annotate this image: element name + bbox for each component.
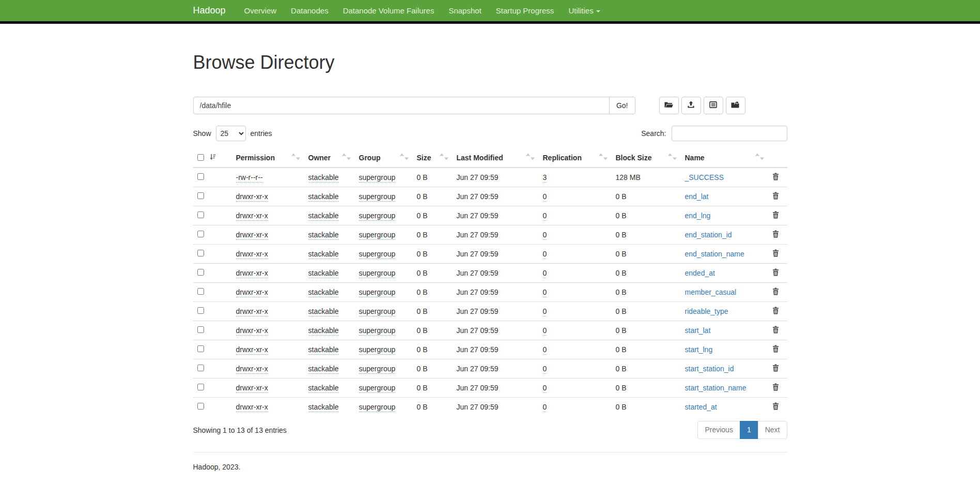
- pagination-page-1[interactable]: 1: [740, 421, 758, 440]
- replication-value[interactable]: 0: [543, 192, 547, 202]
- file-name-link[interactable]: end_station_id: [685, 231, 732, 239]
- replication-value[interactable]: 0: [543, 231, 547, 240]
- group-value[interactable]: supergroup: [359, 403, 396, 412]
- trash-icon[interactable]: [772, 211, 779, 220]
- file-name-link[interactable]: started_at: [685, 403, 717, 411]
- group-value[interactable]: supergroup: [359, 269, 396, 278]
- nav-item-utilities[interactable]: Utilities: [561, 6, 607, 15]
- file-name-link[interactable]: start_station_id: [685, 365, 734, 373]
- replication-value[interactable]: 0: [543, 384, 547, 393]
- row-checkbox[interactable]: [197, 250, 204, 256]
- owner-value[interactable]: stackable: [308, 384, 339, 393]
- owner-value[interactable]: stackable: [308, 345, 339, 355]
- file-name-link[interactable]: end_lat: [685, 192, 709, 201]
- open-folder-button[interactable]: [659, 97, 679, 114]
- nav-item-datanode-volume-failures[interactable]: Datanode Volume Failures: [336, 6, 442, 15]
- upload-file-button[interactable]: [681, 97, 701, 114]
- file-name-link[interactable]: start_station_name: [685, 384, 746, 392]
- group-value[interactable]: supergroup: [359, 307, 396, 316]
- group-value[interactable]: supergroup: [359, 345, 396, 355]
- header-block-size[interactable]: Block Size: [612, 148, 681, 168]
- pagination-next[interactable]: Next: [758, 421, 787, 440]
- owner-value[interactable]: stackable: [308, 231, 339, 240]
- trash-icon[interactable]: [772, 364, 779, 373]
- owner-value[interactable]: stackable: [308, 211, 339, 221]
- group-value[interactable]: supergroup: [359, 211, 396, 221]
- replication-value[interactable]: 0: [543, 211, 547, 221]
- permission-value[interactable]: drwxr-xr-x: [236, 403, 268, 412]
- file-name-link[interactable]: start_lng: [685, 345, 713, 354]
- group-value[interactable]: supergroup: [359, 384, 396, 393]
- group-value[interactable]: supergroup: [359, 250, 396, 259]
- permission-value[interactable]: -rw-r--r--: [236, 173, 263, 183]
- trash-icon[interactable]: [772, 326, 779, 335]
- permission-value[interactable]: drwxr-xr-x: [236, 288, 268, 297]
- go-button[interactable]: Go!: [609, 97, 635, 114]
- owner-value[interactable]: stackable: [308, 173, 339, 183]
- trash-icon[interactable]: [772, 249, 779, 259]
- group-value[interactable]: supergroup: [359, 288, 396, 297]
- owner-value[interactable]: stackable: [308, 326, 339, 336]
- trash-icon[interactable]: [772, 345, 779, 354]
- group-value[interactable]: supergroup: [359, 231, 396, 240]
- replication-value[interactable]: 0: [543, 403, 547, 412]
- group-value[interactable]: supergroup: [359, 326, 396, 336]
- permission-value[interactable]: drwxr-xr-x: [236, 192, 268, 202]
- move-folder-button[interactable]: [726, 97, 745, 114]
- replication-value[interactable]: 0: [543, 250, 547, 259]
- trash-icon[interactable]: [772, 192, 779, 201]
- nav-item-datanodes[interactable]: Datanodes: [284, 6, 336, 15]
- owner-value[interactable]: stackable: [308, 288, 339, 297]
- owner-value[interactable]: stackable: [308, 269, 339, 278]
- row-checkbox[interactable]: [197, 345, 204, 352]
- permission-value[interactable]: drwxr-xr-x: [236, 307, 268, 316]
- select-all-checkbox[interactable]: [197, 154, 204, 161]
- directory-path-input[interactable]: [193, 97, 610, 114]
- header-size[interactable]: Size: [413, 148, 453, 168]
- owner-value[interactable]: stackable: [308, 307, 339, 316]
- group-value[interactable]: supergroup: [359, 365, 396, 374]
- permission-value[interactable]: drwxr-xr-x: [236, 384, 268, 393]
- permission-value[interactable]: drwxr-xr-x: [236, 231, 268, 240]
- permission-value[interactable]: drwxr-xr-x: [236, 211, 268, 221]
- nav-item-overview[interactable]: Overview: [237, 6, 284, 15]
- page-size-select[interactable]: 25: [216, 126, 246, 141]
- row-checkbox[interactable]: [197, 173, 204, 180]
- pagination-previous[interactable]: Previous: [697, 421, 740, 440]
- row-checkbox[interactable]: [197, 192, 204, 199]
- trash-icon[interactable]: [772, 288, 779, 297]
- header-replication[interactable]: Replication: [539, 148, 612, 168]
- file-name-link[interactable]: ended_at: [685, 269, 715, 277]
- file-name-link[interactable]: rideable_type: [685, 307, 728, 315]
- nav-item-startup-progress[interactable]: Startup Progress: [489, 6, 562, 15]
- header-name[interactable]: Name: [681, 148, 768, 168]
- row-checkbox[interactable]: [197, 211, 204, 218]
- permission-value[interactable]: drwxr-xr-x: [236, 269, 268, 278]
- owner-value[interactable]: stackable: [308, 192, 339, 202]
- replication-value[interactable]: 0: [543, 288, 547, 297]
- trash-icon[interactable]: [772, 402, 779, 412]
- row-checkbox[interactable]: [197, 365, 204, 371]
- search-input[interactable]: [672, 126, 787, 141]
- permission-value[interactable]: drwxr-xr-x: [236, 365, 268, 374]
- replication-value[interactable]: 0: [543, 307, 547, 316]
- row-checkbox[interactable]: [197, 231, 204, 237]
- file-name-link[interactable]: _SUCCESS: [685, 173, 724, 182]
- group-value[interactable]: supergroup: [359, 173, 396, 183]
- file-name-link[interactable]: end_station_name: [685, 250, 744, 258]
- row-checkbox[interactable]: [197, 326, 204, 333]
- row-checkbox[interactable]: [197, 384, 204, 390]
- nav-item-snapshot[interactable]: Snapshot: [441, 6, 488, 15]
- header-owner[interactable]: Owner: [304, 148, 355, 168]
- replication-value[interactable]: 0: [543, 365, 547, 374]
- file-name-link[interactable]: end_lng: [685, 211, 711, 220]
- header-last-modified[interactable]: Last Modified: [453, 148, 539, 168]
- row-checkbox[interactable]: [197, 307, 204, 314]
- row-checkbox[interactable]: [197, 403, 204, 410]
- row-checkbox[interactable]: [197, 269, 204, 276]
- file-name-link[interactable]: member_casual: [685, 288, 737, 296]
- permission-value[interactable]: drwxr-xr-x: [236, 326, 268, 336]
- header-group[interactable]: Group: [355, 148, 413, 168]
- group-value[interactable]: supergroup: [359, 192, 396, 202]
- replication-value[interactable]: 3: [543, 173, 547, 183]
